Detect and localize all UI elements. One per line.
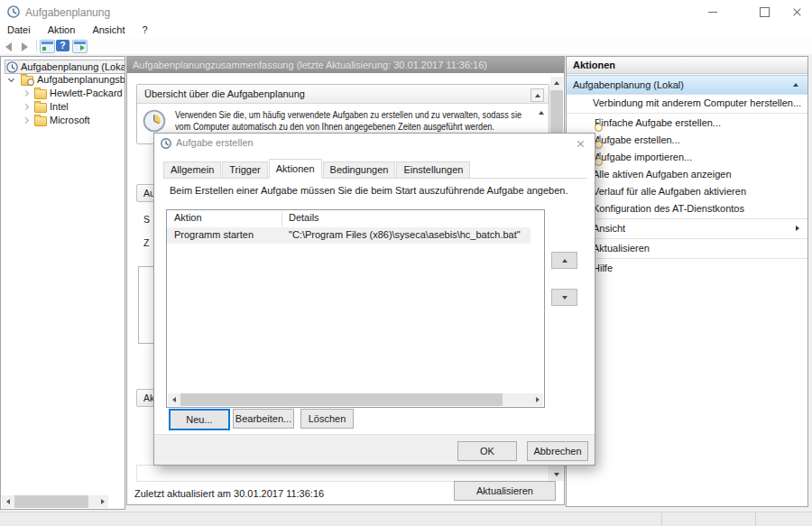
dialog-title-bar: Aufgabe erstellen: [154, 134, 595, 153]
table-row[interactable]: Programm starten "C:\Program Files (x86)…: [167, 227, 531, 244]
action-item-create-task[interactable]: Aufgabe erstellen...: [567, 132, 807, 149]
minimize-button[interactable]: [699, 1, 726, 23]
folder-icon: [34, 116, 47, 126]
dialog-title: Aufgabe erstellen: [176, 137, 254, 148]
collapse-section-button[interactable]: [531, 88, 544, 102]
ok-button[interactable]: OK: [457, 441, 517, 461]
tab-bedingungen[interactable]: Bedingungen: [323, 161, 396, 178]
menu-datei[interactable]: Datei: [0, 23, 38, 36]
help-icon[interactable]: ?: [56, 40, 69, 51]
menu-aktion[interactable]: Aktion: [41, 23, 83, 36]
action-item-create-basic-task[interactable]: Einfache Aufgabe erstellen...: [567, 115, 807, 132]
toolbar-separator: [36, 40, 37, 52]
scroll-right-icon[interactable]: [97, 495, 108, 508]
bottom-strip: [0, 512, 812, 526]
cancel-button[interactable]: Abbrechen: [527, 441, 588, 461]
inner-scroll-up-icon[interactable]: [539, 111, 544, 115]
column-divider[interactable]: [281, 211, 282, 226]
action-item-show-running-tasks[interactable]: Alle aktiven Aufgaben anzeigen: [567, 166, 807, 183]
scrollbar-thumb[interactable]: [180, 393, 503, 406]
move-up-button[interactable]: [551, 252, 577, 269]
folder-icon: [34, 89, 47, 99]
tree-root-selection: Aufgabenplanung (Lokal): [5, 60, 125, 74]
actions-group-label: Aufgabenplanung (Lokal): [573, 79, 684, 90]
collapse-icon: [535, 94, 540, 97]
down-arrow-icon: [562, 296, 567, 300]
hidden-table-header: [136, 465, 549, 481]
tree-child-label: Hewlett-Packard: [1, 88, 123, 98]
scrollbar-thumb[interactable]: [14, 495, 88, 508]
scroll-down-icon[interactable]: [550, 468, 563, 481]
maximize-button[interactable]: [751, 1, 778, 23]
tree-item-microsoft[interactable]: Microsoft: [1, 114, 125, 127]
task-icon: [599, 135, 601, 148]
status-text-fragment: S: [143, 214, 150, 225]
close-icon: [792, 7, 802, 17]
folder-icon: [34, 103, 47, 113]
show-console-tree-icon[interactable]: [40, 40, 55, 53]
up-arrow-icon: [562, 259, 567, 263]
clock-icon: [6, 61, 18, 73]
scroll-left-icon[interactable]: [2, 495, 14, 508]
tree-item-root[interactable]: Aufgabenplanung (Lokal): [1, 60, 125, 73]
delete-button[interactable]: Löschen: [300, 409, 354, 429]
scroll-left-icon[interactable]: [168, 393, 180, 406]
tree-item-hewlett-packard[interactable]: Hewlett-Packard: [1, 87, 125, 100]
dialog-clock-icon: [161, 138, 171, 149]
actions-group-header[interactable]: Aufgabenplanung (Lokal): [567, 75, 807, 95]
tree-library-label: Aufgabenplanungsbibliot: [1, 74, 125, 85]
action-item-import-task[interactable]: Aufgabe importieren...: [567, 149, 807, 166]
basic-task-icon: [599, 118, 601, 131]
action-item-enable-history[interactable]: Verlauf für alle Aufgaben aktivieren: [567, 183, 807, 200]
table-header: Aktion Details: [167, 210, 531, 228]
action-item-at-service-config[interactable]: Konfiguration des AT-Dienstkontos: [567, 200, 807, 217]
overview-title: Übersicht über die Aufgabenplanung: [137, 85, 549, 104]
tab-einstellungen[interactable]: Einstellungen: [396, 161, 470, 178]
close-icon: [577, 140, 585, 148]
table-horizontal-scrollbar[interactable]: [168, 393, 543, 406]
menu-ansicht[interactable]: Ansicht: [85, 23, 132, 36]
new-button[interactable]: Neu...: [169, 409, 230, 430]
actions-panel: Aktionen Aufgabenplanung (Lokal) Verbind…: [566, 56, 808, 507]
action-item-view[interactable]: Ansicht: [567, 220, 807, 237]
overview-clock-icon: [143, 109, 166, 133]
scroll-right-icon[interactable]: [531, 393, 543, 406]
back-icon[interactable]: [5, 42, 12, 51]
strip-divider: [661, 512, 662, 526]
separator: [567, 218, 807, 219]
scroll-up-icon[interactable]: [550, 77, 563, 89]
tab-aktionen[interactable]: Aktionen: [269, 159, 322, 179]
submenu-arrow-icon: [796, 226, 799, 231]
zeitraum-text-fragment: Z: [143, 237, 149, 248]
actions-header: Aktionen: [567, 57, 807, 74]
menu-bar: Datei Aktion Ansicht ?: [0, 23, 812, 38]
task-scheduler-window: Aufgabenplanung Datei Aktion Ansicht ? ?…: [0, 0, 812, 526]
actions-table: Aktion Details Programm starten "C:\Prog…: [166, 209, 545, 408]
tree-horizontal-scrollbar[interactable]: [2, 495, 108, 508]
action-item-refresh[interactable]: Aktualisieren: [567, 240, 807, 257]
show-action-pane-icon[interactable]: [72, 40, 88, 53]
edit-button[interactable]: Bearbeiten...: [233, 409, 294, 429]
strip-divider: [755, 512, 756, 526]
menu-help[interactable]: ?: [135, 23, 155, 36]
import-task-icon: [599, 152, 601, 165]
tab-allgemein[interactable]: Allgemein: [163, 161, 221, 178]
dialog-close-button[interactable]: [572, 137, 588, 151]
tree-item-intel[interactable]: Intel: [1, 100, 125, 114]
column-details[interactable]: Details: [289, 212, 319, 223]
move-down-button[interactable]: [551, 289, 577, 306]
column-aktion[interactable]: Aktion: [174, 212, 202, 223]
title-bar: Aufgabenplanung: [0, 0, 812, 23]
window-title: Aufgabenplanung: [25, 6, 110, 19]
row-action: Programm starten: [174, 229, 254, 240]
tree-item-library[interactable]: Aufgabenplanungsbibliot: [1, 73, 125, 87]
refresh-button[interactable]: Aktualisieren: [454, 481, 556, 501]
forward-icon[interactable]: [22, 42, 28, 51]
row-details: "C:\Program Files (x86)\syseca\asebis\hc…: [289, 229, 521, 240]
summary-header: Aufgabenplanungzusammenfassung (letzte A…: [127, 57, 564, 73]
action-item-connect[interactable]: Verbindung mit anderem Computer herstell…: [567, 95, 807, 112]
action-item-help[interactable]: Hilfe: [567, 260, 807, 277]
close-button[interactable]: [783, 1, 810, 23]
last-refreshed-text: Zuletzt aktualisiert am 30.01.2017 11:36…: [134, 488, 324, 499]
tab-trigger[interactable]: Trigger: [222, 161, 267, 178]
